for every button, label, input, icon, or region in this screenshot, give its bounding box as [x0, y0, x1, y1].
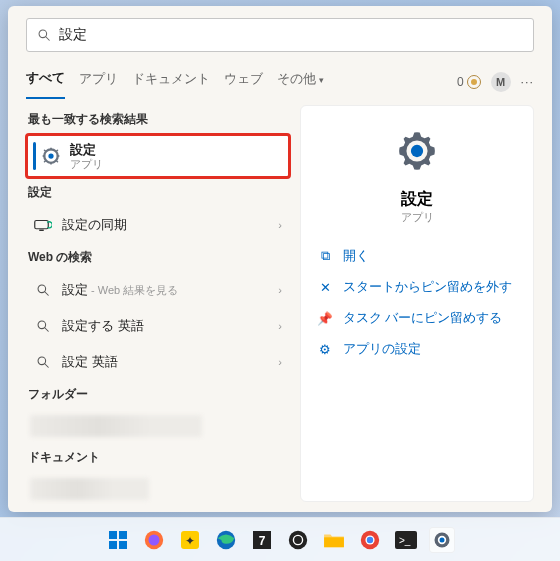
action-label: スタートからピン留めを外す — [343, 279, 512, 296]
search-icon — [32, 279, 54, 301]
taskbar-explorer[interactable] — [321, 527, 347, 553]
taskbar-chrome[interactable] — [357, 527, 383, 553]
tab-all[interactable]: すべて — [26, 64, 65, 99]
search-row — [8, 6, 552, 60]
pin-taskbar-icon: 📌 — [317, 311, 333, 326]
svg-point-20 — [411, 145, 423, 157]
redacted-item — [30, 478, 149, 500]
redacted-item — [30, 415, 202, 437]
svg-rect-4 — [50, 162, 52, 165]
action-pin-taskbar[interactable]: 📌 タスク バーにピン留めする — [315, 303, 519, 334]
settings-app-icon — [40, 145, 62, 167]
web-result-2[interactable]: 設定 英語 › — [26, 344, 290, 380]
svg-point-42 — [440, 537, 445, 542]
section-web: Web の検索 — [26, 243, 290, 272]
unpin-start-icon: ✕ — [317, 280, 333, 295]
svg-rect-22 — [119, 531, 127, 539]
tab-more[interactable]: その他 ▾ — [277, 65, 324, 98]
search-icon — [32, 351, 54, 373]
svg-text:7: 7 — [259, 534, 266, 548]
results-column: 最も一致する検索結果 設定 アプリ 設定 設定の同期 › Web の検索 — [26, 105, 290, 502]
taskbar-settings[interactable] — [429, 527, 455, 553]
result-hint: - Web 結果を見る — [88, 284, 178, 296]
svg-line-14 — [45, 292, 49, 296]
preview-pane: 設定 アプリ ⧉ 開く ✕ スタートからピン留めを外す 📌 タスク バーにピン留… — [300, 105, 534, 502]
tab-apps[interactable]: アプリ — [79, 65, 118, 98]
taskbar-app-yellow[interactable]: ✦ — [177, 527, 203, 553]
chevron-right-icon: › — [278, 284, 284, 296]
result-title: 設定の同期 — [62, 217, 278, 233]
action-label: タスク バーにピン留めする — [343, 310, 502, 327]
svg-rect-21 — [109, 531, 117, 539]
search-input[interactable] — [59, 27, 523, 43]
svg-rect-12 — [39, 230, 44, 232]
best-match-result[interactable]: 設定 アプリ — [26, 134, 290, 178]
action-unpin-start[interactable]: ✕ スタートからピン留めを外す — [315, 272, 519, 303]
chevron-right-icon: › — [278, 356, 284, 368]
rewards-icon — [467, 75, 481, 89]
svg-line-1 — [46, 37, 50, 41]
tab-documents[interactable]: ドキュメント — [132, 65, 210, 98]
section-settings: 設定 — [26, 178, 290, 207]
section-best-match: 最も一致する検索結果 — [26, 105, 290, 134]
svg-point-32 — [289, 530, 307, 548]
svg-point-26 — [149, 534, 160, 545]
action-open[interactable]: ⧉ 開く — [315, 241, 519, 272]
tab-web[interactable]: ウェブ — [224, 65, 263, 98]
section-document: ドキュメント — [26, 443, 290, 472]
svg-rect-23 — [109, 541, 117, 549]
result-title: 設定 — [62, 282, 88, 297]
svg-rect-3 — [50, 147, 52, 150]
svg-point-2 — [48, 153, 53, 158]
taskbar-start[interactable] — [105, 527, 131, 553]
tabs-row: すべて アプリ ドキュメント ウェブ その他 ▾ 0 M ··· — [8, 60, 552, 99]
svg-line-18 — [45, 364, 49, 368]
result-subtitle: アプリ — [70, 158, 283, 171]
selection-indicator — [33, 142, 36, 170]
svg-text:✦: ✦ — [185, 534, 195, 548]
chevron-right-icon: › — [278, 320, 284, 332]
more-menu[interactable]: ··· — [521, 75, 534, 89]
sync-icon — [32, 214, 54, 236]
svg-rect-6 — [57, 155, 60, 157]
web-result-0[interactable]: 設定 - Web 結果を見る › — [26, 272, 290, 308]
action-app-settings[interactable]: ⚙ アプリの設定 — [315, 334, 519, 365]
action-label: アプリの設定 — [343, 341, 421, 358]
svg-rect-5 — [42, 155, 45, 157]
web-result-1[interactable]: 設定する 英語 › — [26, 308, 290, 344]
search-box[interactable] — [26, 18, 534, 52]
settings-sync-result[interactable]: 設定の同期 › — [26, 207, 290, 243]
taskbar-terminal[interactable]: >_ — [393, 527, 419, 553]
gear-icon: ⚙ — [317, 342, 333, 357]
section-folder: フォルダー — [26, 380, 290, 409]
taskbar: ✦ 7 >_ — [0, 517, 560, 561]
taskbar-obs[interactable] — [285, 527, 311, 553]
action-label: 開く — [343, 248, 369, 265]
rewards-badge[interactable]: 0 — [457, 75, 481, 89]
taskbar-edge[interactable] — [213, 527, 239, 553]
preview-app-icon — [394, 128, 440, 177]
chevron-right-icon: › — [278, 219, 284, 231]
preview-title: 設定 — [401, 189, 433, 210]
result-title: 設定する 英語 — [62, 318, 144, 333]
search-icon — [32, 315, 54, 337]
svg-text:>_: >_ — [399, 535, 411, 546]
search-icon — [37, 28, 51, 42]
user-avatar[interactable]: M — [491, 72, 511, 92]
result-title: 設定 英語 — [62, 354, 118, 369]
svg-rect-34 — [324, 537, 344, 547]
svg-rect-11 — [35, 221, 49, 229]
svg-line-16 — [45, 328, 49, 332]
svg-point-37 — [367, 536, 373, 542]
search-panel: すべて アプリ ドキュメント ウェブ その他 ▾ 0 M ··· 最も一致する検… — [8, 6, 552, 512]
svg-rect-24 — [119, 541, 127, 549]
preview-subtitle: アプリ — [401, 210, 434, 225]
taskbar-7zip[interactable]: 7 — [249, 527, 275, 553]
open-icon: ⧉ — [317, 249, 333, 264]
taskbar-firefox[interactable] — [141, 527, 167, 553]
result-title: 設定 — [70, 142, 283, 158]
